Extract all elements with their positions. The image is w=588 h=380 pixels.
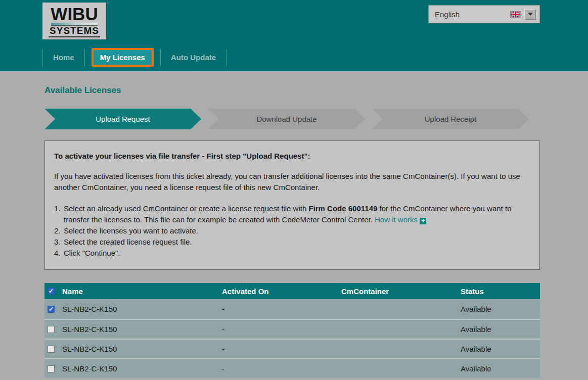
logo-systems-text: SYSTEMS bbox=[49, 26, 100, 37]
row-checkbox[interactable] bbox=[48, 306, 55, 313]
column-header-activated-on: Activated On bbox=[222, 287, 341, 296]
instructions-intro: If you have activated licenses from this… bbox=[54, 171, 530, 193]
language-selected-label: English bbox=[435, 10, 460, 19]
language-dropdown-button[interactable] bbox=[524, 9, 536, 20]
select-all-checkbox[interactable] bbox=[48, 288, 55, 295]
table-row: SL-NB2-C-K150 - Available bbox=[44, 339, 540, 358]
activated-on-value: - bbox=[222, 364, 341, 373]
nav-divider bbox=[226, 49, 227, 66]
instruction-item-1: 1.Select an already used CmContainer or … bbox=[54, 203, 530, 225]
status-value: Available bbox=[461, 364, 540, 373]
instruction-text: Select an already used CmContainer or cr… bbox=[64, 204, 308, 213]
instruction-item-2: 2.Select the licenses you want to activa… bbox=[54, 225, 530, 236]
activated-on-value: - bbox=[222, 345, 341, 353]
row-checkbox-cell bbox=[44, 306, 62, 313]
nav-item-my-licenses[interactable]: My Licenses bbox=[94, 50, 152, 65]
status-value: Available bbox=[461, 325, 540, 334]
nav-divider bbox=[84, 49, 85, 66]
expand-plus-icon[interactable]: + bbox=[420, 218, 426, 224]
progress-steps: Upload Request Download Update Upload Re… bbox=[44, 109, 588, 129]
row-checkbox-cell bbox=[44, 326, 62, 333]
main-nav: Home My Licenses Auto Update bbox=[42, 48, 227, 67]
row-checkbox-cell bbox=[44, 346, 62, 353]
activated-on-value: - bbox=[222, 305, 341, 313]
logo-wibu-text: WIBU bbox=[51, 7, 98, 22]
column-header-status: Status bbox=[461, 287, 540, 296]
table-row: SL-NB2-C-K150 - Available bbox=[44, 319, 540, 339]
column-header-name: Name bbox=[62, 287, 222, 296]
instructions-heading: To activate your licenses via file trans… bbox=[54, 152, 530, 160]
step-upload-receipt: Upload Receipt bbox=[372, 109, 529, 129]
license-name: SL-NB2-C-K150 bbox=[62, 325, 222, 334]
step-upload-request: Upload Request bbox=[44, 109, 201, 129]
wibu-systems-logo: WIBU SYSTEMS bbox=[42, 3, 106, 39]
instruction-text: Select the created license request file. bbox=[64, 238, 192, 246]
my-licenses-highlight-box: My Licenses bbox=[92, 48, 154, 67]
instruction-text: Click "Continue". bbox=[64, 249, 120, 257]
webdepot-screen: WIBU SYSTEMS English Home My Licenses bbox=[0, 0, 588, 380]
main-content: Available Licenses Upload Request Downlo… bbox=[0, 71, 588, 378]
header: WIBU SYSTEMS English Home My Licenses bbox=[0, 0, 588, 71]
instructions-box: To activate your licenses via file trans… bbox=[44, 140, 540, 270]
instruction-text: Select the licenses you want to activate… bbox=[64, 226, 198, 235]
instruction-item-3: 3.Select the created license request fil… bbox=[54, 236, 530, 248]
nav-item-auto-update[interactable]: Auto Update bbox=[161, 53, 226, 62]
row-checkbox-cell bbox=[44, 365, 62, 372]
licenses-table: Name Activated On CmContainer Status SL-… bbox=[44, 283, 540, 378]
list-number: 3. bbox=[54, 236, 61, 248]
activated-on-value: - bbox=[222, 325, 341, 334]
column-header-cmcontainer: CmContainer bbox=[341, 287, 461, 296]
firm-code: Firm Code 6001149 bbox=[308, 204, 377, 213]
step-download-update: Download Update bbox=[208, 109, 365, 129]
table-header-row: Name Activated On CmContainer Status bbox=[44, 283, 540, 299]
uk-flag-icon bbox=[510, 11, 521, 18]
list-number: 4. bbox=[54, 248, 61, 259]
status-value: Available bbox=[461, 305, 540, 313]
instruction-item-4: 4.Click "Continue". bbox=[54, 248, 530, 259]
list-number: 1. bbox=[54, 203, 61, 214]
page-title: Available Licenses bbox=[44, 85, 588, 96]
table-row: SL-NB2-C-K150 - Available bbox=[44, 299, 540, 319]
license-name: SL-NB2-C-K150 bbox=[62, 364, 222, 373]
row-checkbox[interactable] bbox=[48, 346, 55, 353]
how-it-works-link[interactable]: How it works bbox=[375, 215, 418, 224]
license-name: SL-NB2-C-K150 bbox=[62, 345, 222, 353]
row-checkbox[interactable] bbox=[48, 326, 55, 333]
instructions-list: 1.Select an already used CmContainer or … bbox=[54, 203, 530, 259]
language-selector[interactable]: English bbox=[428, 5, 540, 23]
list-number: 2. bbox=[54, 225, 61, 236]
status-value: Available bbox=[461, 345, 540, 353]
chevron-down-icon bbox=[528, 13, 533, 16]
table-row: SL-NB2-C-K150 - Available bbox=[44, 358, 540, 378]
row-checkbox[interactable] bbox=[48, 365, 55, 372]
license-name: SL-NB2-C-K150 bbox=[62, 305, 222, 313]
nav-item-home[interactable]: Home bbox=[43, 53, 84, 62]
header-checkbox-cell bbox=[44, 288, 62, 295]
